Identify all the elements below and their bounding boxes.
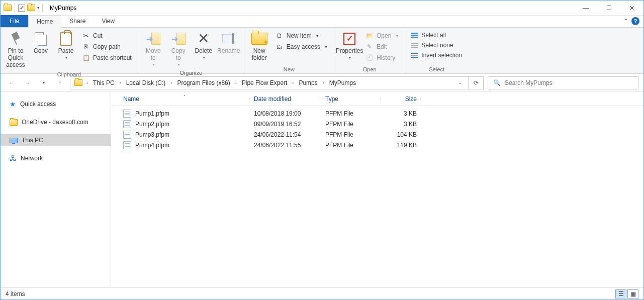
status-item-count: 4 items [6,290,25,297]
sidebar-item-network[interactable]: 🖧Network [1,152,111,164]
new-item-button[interactable]: 🗋New item▼ [272,31,331,41]
file-name: Pump2.pfpm [135,121,169,128]
search-input[interactable] [505,79,633,86]
pin-icon [9,32,23,46]
recent-locations-button[interactable]: ▾ [38,77,50,89]
new-folder-button[interactable]: New folder [247,29,271,64]
invert-selection-icon [411,53,418,58]
breadcrumb-segment[interactable]: Pipe Flow Expert [239,77,291,89]
status-bar: 4 items ☰ ▦ [1,287,643,299]
back-button[interactable]: ← [6,77,18,89]
new-folder-icon [251,33,267,45]
open-icon: 📂 [365,32,374,40]
easy-access-icon: 🗂 [275,43,284,51]
edit-button[interactable]: ✎Edit [362,42,402,52]
ribbon-group-select: Select all Select none Invert selection … [405,28,468,73]
move-to-button[interactable]: Move to▼ [141,29,165,69]
file-icon [123,141,131,149]
ribbon-group-organize: Move to▼ Copy to▼ ✕Delete▼ Rename Organi… [138,28,244,73]
help-button[interactable]: ? [631,17,639,25]
tab-file[interactable]: File [1,15,28,27]
clipboard-icon [60,32,72,46]
paste-shortcut-icon: 📋 [82,54,90,62]
file-name: Pump3.pfpm [135,131,169,138]
rename-button[interactable]: Rename [217,29,241,57]
open-button[interactable]: 📂Open▼ [362,31,402,41]
window-title: MyPumps [50,5,76,12]
delete-button[interactable]: ✕Delete▼ [192,29,216,62]
select-all-button[interactable]: Select all [408,31,465,40]
close-button[interactable]: ✕ [620,1,643,15]
navigation-bar: ← → ▾ ↑ › This PC› Local Disk (C:)› Prog… [1,74,643,92]
sidebar-item-onedrive[interactable]: OneDrive - daxesoft.com [1,116,111,128]
select-none-icon [411,43,418,48]
file-row[interactable]: Pump4.pfpm24/06/2022 11:55PFPM File119 K… [111,140,643,150]
refresh-button[interactable]: ⟳ [469,76,484,89]
new-item-icon: 🗋 [275,32,284,40]
column-size[interactable]: Size [381,95,421,103]
network-icon: 🖧 [10,154,17,162]
copy-to-icon [171,33,186,45]
breadcrumb-segment[interactable]: This PC [90,77,118,89]
cut-button[interactable]: ✂Cut [79,31,135,41]
folder-icon [10,119,18,126]
title-bar: ▾ MyPumps — ☐ ✕ [1,1,643,16]
copy-path-button[interactable]: ⎘Copy path [79,42,135,52]
file-type: PFPM File [321,142,381,149]
copy-button[interactable]: Copy [29,29,53,57]
ribbon-group-new: New folder 🗋New item▼ 🗂Easy access▼ New [244,28,334,73]
file-size: 104 KB [381,131,421,138]
search-icon: 🔍 [493,79,501,86]
copy-to-button[interactable]: Copy to▼ [166,29,191,69]
icons-view-button[interactable]: ▦ [627,289,638,298]
invert-selection-button[interactable]: Invert selection [408,51,465,60]
paste-button[interactable]: Paste ▼ [54,29,78,62]
breadcrumb-segment[interactable]: Local Disk (C:) [123,77,169,89]
address-history-icon[interactable]: ⌄ [454,80,466,85]
file-icon [123,110,131,118]
qat-properties-icon[interactable] [18,5,25,12]
details-view-button[interactable]: ☰ [615,289,626,298]
qat-newfolder-icon[interactable] [27,5,35,11]
breadcrumb-segment[interactable]: Pumps [296,77,320,89]
rename-icon [222,34,235,43]
column-type[interactable]: Type [321,95,381,103]
file-row[interactable]: Pump2.pfpm09/09/2019 16:52PFPM File3 KB [111,119,643,129]
history-button[interactable]: 🕘History [362,53,402,63]
column-date[interactable]: Date modified [250,95,321,103]
file-date: 24/06/2022 11:54 [250,131,321,138]
maximize-button[interactable]: ☐ [597,1,620,15]
tab-share[interactable]: Share [61,15,94,27]
forward-button[interactable]: → [22,77,34,89]
copy-icon [35,32,47,45]
star-icon: ★ [10,100,16,108]
sidebar-item-this-pc[interactable]: This PC [1,134,111,146]
properties-button[interactable]: ✓Properties▼ [337,29,361,62]
move-to-icon [146,33,160,45]
file-icon [123,120,131,128]
file-row[interactable]: Pump3.pfpm24/06/2022 11:54PFPM File104 K… [111,129,643,140]
easy-access-button[interactable]: 🗂Easy access▼ [272,42,331,52]
select-none-button[interactable]: Select none [408,41,465,50]
up-button[interactable]: ↑ [54,77,66,89]
select-all-icon [411,33,418,38]
paste-shortcut-button[interactable]: 📋Paste shortcut [79,53,135,63]
file-row[interactable]: Pump1.pfpm10/08/2018 19:00PFPM File3 KB [111,108,643,119]
folder-icon [74,79,82,86]
minimize-button[interactable]: — [574,1,597,15]
breadcrumb-segment[interactable]: Program Files (x86) [174,77,233,89]
qat-customize-icon[interactable]: ▾ [37,6,39,10]
tab-view[interactable]: View [94,15,123,27]
file-list: ˄Name Date modified Type Size Pump1.pfpm… [111,92,643,287]
column-name[interactable]: ˄Name [119,95,250,103]
breadcrumb-segment[interactable]: MyPumps [326,77,359,89]
search-box[interactable]: 🔍 [488,76,638,89]
tab-home[interactable]: Home [28,16,61,28]
sidebar-item-quick-access[interactable]: ★Quick access [1,98,111,110]
file-icon [123,131,131,139]
address-bar[interactable]: › This PC› Local Disk (C:)› Program File… [70,76,469,89]
file-size: 3 KB [381,121,421,128]
ribbon-group-open: ✓Properties▼ 📂Open▼ ✎Edit 🕘History Open [334,28,405,73]
pin-to-quick-access-button[interactable]: Pin to Quick access [4,29,28,70]
ribbon-collapse-icon[interactable]: ⌃ [623,18,628,25]
